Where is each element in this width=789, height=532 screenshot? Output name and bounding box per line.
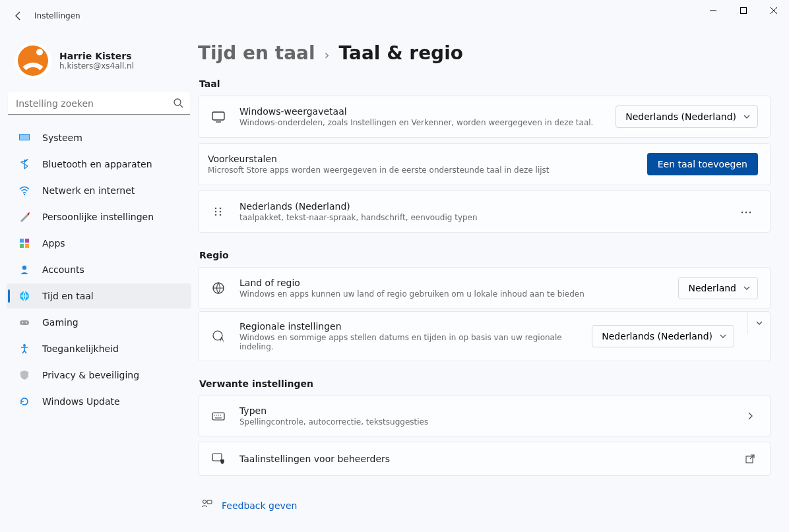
breadcrumb-parent[interactable]: Tijd en taal bbox=[198, 42, 315, 64]
language-name: Nederlands (Nederland) bbox=[239, 201, 722, 212]
card-subtitle: Windows-onderdelen, zoals Instellingen e… bbox=[239, 118, 602, 127]
add-language-button[interactable]: Een taal toevoegen bbox=[647, 153, 758, 175]
card-title: Typen bbox=[239, 405, 729, 416]
sidebar-item-label: Gaming bbox=[42, 317, 79, 328]
sidebar-item-accessibility[interactable]: Toegankelijkheid bbox=[7, 336, 191, 361]
sidebar-item-apps[interactable]: Apps bbox=[7, 231, 191, 256]
accessibility-icon bbox=[18, 343, 30, 355]
feedback-link[interactable]: Feedback geven bbox=[222, 500, 297, 511]
svg-rect-1 bbox=[741, 8, 747, 14]
svg-rect-33 bbox=[212, 413, 224, 420]
svg-rect-15 bbox=[25, 244, 29, 248]
more-options-button[interactable]: ⋯ bbox=[736, 200, 758, 223]
globe-icon bbox=[210, 281, 226, 295]
sidebar-item-bluetooth[interactable]: Bluetooth en apparaten bbox=[7, 152, 191, 177]
card-admin-language[interactable]: Taalinstellingen voor beheerders bbox=[198, 442, 771, 476]
sidebar-item-label: Persoonlijke instellingen bbox=[42, 212, 154, 222]
sidebar-item-gaming[interactable]: Gaming bbox=[7, 310, 191, 335]
chevron-down-icon bbox=[743, 113, 751, 121]
chevron-right-icon bbox=[742, 411, 758, 421]
country-dropdown[interactable]: Nederland bbox=[678, 277, 758, 299]
svg-rect-14 bbox=[20, 244, 24, 248]
user-profile[interactable]: Harrie Kisters h.kisters@xs4all.nl bbox=[7, 37, 191, 90]
svg-rect-39 bbox=[212, 454, 222, 461]
search-input[interactable] bbox=[8, 92, 190, 115]
user-email: h.kisters@xs4all.nl bbox=[59, 61, 134, 71]
bluetooth-icon bbox=[18, 158, 30, 170]
monitor-icon bbox=[18, 132, 30, 144]
minimize-button[interactable] bbox=[698, 0, 728, 21]
svg-point-29 bbox=[220, 214, 222, 216]
sidebar-item-label: Tijd en taal bbox=[42, 291, 94, 301]
sidebar-item-network[interactable]: Netwerk en internet bbox=[7, 178, 191, 203]
sidebar-item-windows-update[interactable]: Windows Update bbox=[7, 389, 191, 414]
keyboard-icon bbox=[210, 409, 226, 423]
svg-rect-12 bbox=[20, 239, 24, 243]
sidebar-item-accounts[interactable]: Accounts bbox=[7, 257, 191, 282]
svg-line-8 bbox=[180, 105, 183, 107]
card-title: Voorkeurstalen bbox=[208, 154, 634, 164]
card-language-item[interactable]: Nederlands (Nederland) taalpakket, tekst… bbox=[198, 191, 771, 233]
card-title: Land of regio bbox=[239, 278, 665, 288]
svg-point-25 bbox=[215, 211, 217, 213]
sidebar-item-label: Toegankelijkheid bbox=[42, 343, 119, 354]
expand-button[interactable] bbox=[747, 312, 770, 334]
display-icon bbox=[210, 109, 226, 124]
card-regional-format: A Regionale instellingen Windows en somm… bbox=[198, 311, 771, 361]
dropdown-value: Nederlands (Nederland) bbox=[602, 331, 712, 341]
maximize-button[interactable] bbox=[728, 0, 759, 21]
avatar bbox=[15, 42, 51, 79]
breadcrumb: Tijd en taal › Taal & regio bbox=[198, 42, 771, 64]
apps-icon bbox=[18, 237, 30, 249]
brush-icon bbox=[18, 211, 30, 223]
admin-lang-icon bbox=[210, 452, 226, 466]
main-content: Tijd en taal › Taal & regio Taal Windows… bbox=[198, 32, 789, 532]
sidebar-item-label: Accounts bbox=[42, 264, 84, 275]
svg-point-11 bbox=[24, 194, 25, 195]
chevron-down-icon bbox=[743, 284, 751, 292]
card-typing[interactable]: Typen Spellingcontrole, autocorrectie, t… bbox=[198, 396, 771, 436]
dropdown-value: Nederland bbox=[688, 283, 736, 293]
chevron-down-icon bbox=[719, 332, 727, 340]
card-title: Taalinstellingen voor beheerders bbox=[239, 454, 729, 464]
svg-rect-10 bbox=[20, 134, 29, 140]
sidebar-item-system[interactable]: Systeem bbox=[7, 125, 191, 150]
window-title: Instellingen bbox=[34, 11, 80, 20]
sidebar-item-personalization[interactable]: Persoonlijke instellingen bbox=[7, 204, 191, 229]
sidebar-item-privacy[interactable]: Privacy & beveiliging bbox=[7, 363, 191, 388]
sidebar-item-label: Privacy & beveiliging bbox=[42, 370, 139, 380]
search-icon bbox=[173, 98, 183, 111]
sidebar-item-label: Apps bbox=[42, 238, 65, 249]
svg-point-28 bbox=[220, 211, 222, 213]
close-button[interactable] bbox=[759, 0, 789, 21]
external-link-icon bbox=[742, 454, 758, 464]
display-language-dropdown[interactable]: Nederlands (Nederland) bbox=[615, 105, 758, 128]
svg-point-19 bbox=[22, 322, 23, 324]
svg-point-24 bbox=[215, 208, 217, 210]
globe-a-icon: A bbox=[210, 330, 226, 343]
wifi-icon bbox=[18, 185, 30, 196]
user-name: Harrie Kisters bbox=[59, 51, 134, 61]
person-icon bbox=[18, 264, 30, 276]
drag-handle-icon[interactable] bbox=[210, 206, 226, 218]
page-title: Taal & regio bbox=[339, 42, 463, 64]
back-button[interactable] bbox=[5, 3, 32, 29]
svg-rect-22 bbox=[212, 112, 224, 120]
shield-icon bbox=[18, 369, 30, 381]
svg-rect-13 bbox=[25, 239, 29, 243]
svg-rect-18 bbox=[20, 320, 29, 325]
card-country: Land of regio Windows en apps kunnen uw … bbox=[198, 267, 771, 309]
dropdown-value: Nederlands (Nederland) bbox=[625, 111, 736, 122]
gamepad-icon bbox=[18, 316, 30, 328]
svg-rect-42 bbox=[207, 500, 212, 504]
update-icon bbox=[18, 396, 30, 407]
svg-point-6 bbox=[36, 49, 43, 55]
sidebar: Harrie Kisters h.kisters@xs4all.nl Syste… bbox=[0, 32, 198, 532]
svg-point-7 bbox=[174, 99, 181, 105]
sidebar-item-time-language[interactable]: Tijd en taal bbox=[7, 283, 191, 309]
sidebar-item-label: Netwerk en internet bbox=[42, 185, 135, 196]
svg-point-20 bbox=[26, 322, 27, 324]
svg-point-21 bbox=[23, 344, 26, 347]
regional-format-dropdown[interactable]: Nederlands (Nederland) bbox=[592, 325, 734, 347]
globe-clock-icon bbox=[18, 290, 30, 302]
